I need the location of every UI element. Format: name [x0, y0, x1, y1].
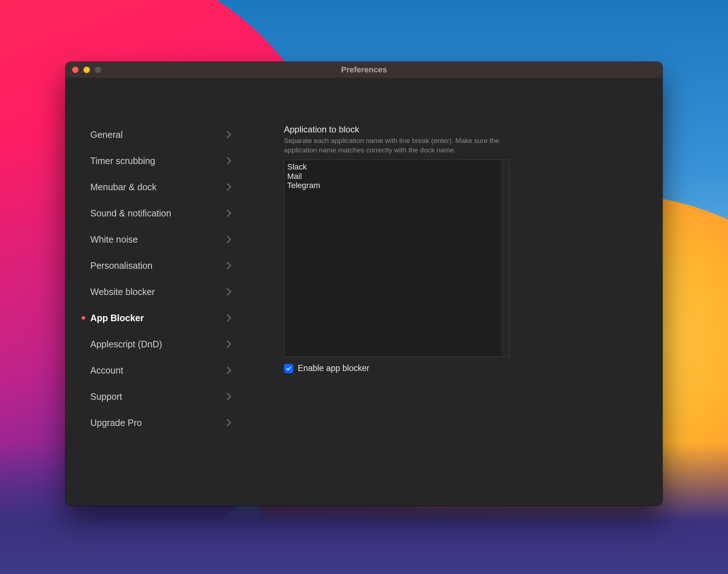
minimize-window-button[interactable]: [83, 67, 90, 73]
chevron-right-icon: [226, 419, 255, 427]
active-indicator-dot: [82, 316, 86, 320]
sidebar-item-menubar-dock[interactable]: Menubar & dock: [76, 174, 255, 200]
sidebar-item-app-blocker[interactable]: App Blocker: [76, 305, 255, 331]
preferences-sidebar: GeneralTimer scrubbingMenubar & dockSoun…: [66, 78, 269, 506]
apps-textarea-wrap: [284, 160, 510, 357]
sidebar-item-label: Sound & notification: [86, 208, 226, 219]
chevron-right-icon: [226, 366, 255, 374]
enable-app-blocker-checkbox[interactable]: [284, 364, 293, 373]
chevron-right-icon: [226, 235, 255, 243]
chevron-right-icon: [226, 209, 255, 217]
sidebar-item-label: Applescript (DnD): [86, 339, 226, 350]
sidebar-item-general[interactable]: General: [76, 121, 255, 148]
sidebar-item-white-noise[interactable]: White noise: [76, 226, 255, 252]
textarea-scrollbar-track[interactable]: [501, 160, 509, 356]
titlebar: Preferences: [66, 62, 662, 78]
sidebar-item-account[interactable]: Account: [76, 357, 255, 383]
sidebar-item-website-blocker[interactable]: Website blocker: [76, 279, 255, 305]
window-controls: [66, 67, 101, 73]
sidebar-item-personalisation[interactable]: Personalisation: [76, 252, 255, 279]
sidebar-item-label: Timer scrubbing: [86, 156, 226, 166]
chevron-right-icon: [226, 314, 255, 322]
sidebar-item-timer-scrubbing[interactable]: Timer scrubbing: [76, 148, 255, 174]
chevron-right-icon: [226, 392, 255, 400]
preferences-window: Preferences GeneralTimer scrubbingMenuba…: [66, 62, 662, 506]
sidebar-item-label: App Blocker: [86, 313, 226, 323]
section-heading: Application to block: [284, 124, 597, 135]
enable-app-blocker-label: Enable app blocker: [298, 363, 369, 373]
chevron-right-icon: [226, 131, 255, 139]
app-blocker-panel: Application to block Separate each appli…: [269, 78, 662, 506]
window-title: Preferences: [66, 65, 662, 75]
section-hint: Separate each application name with line…: [284, 136, 517, 155]
sidebar-item-label: Personalisation: [86, 260, 226, 271]
sidebar-item-label: General: [86, 129, 226, 140]
sidebar-item-label: Menubar & dock: [86, 182, 226, 192]
sidebar-item-label: Website blocker: [86, 287, 226, 297]
sidebar-item-label: Upgrade Pro: [86, 418, 226, 428]
sidebar-item-upgrade-pro[interactable]: Upgrade Pro: [76, 410, 255, 436]
zoom-window-button[interactable]: [95, 67, 101, 73]
chevron-right-icon: [226, 183, 255, 191]
sidebar-item-label: Support: [86, 391, 226, 402]
apps-to-block-textarea[interactable]: [284, 160, 501, 356]
sidebar-item-support[interactable]: Support: [76, 383, 255, 410]
sidebar-item-label: White noise: [86, 234, 226, 245]
sidebar-item-sound-notification[interactable]: Sound & notification: [76, 200, 255, 226]
chevron-right-icon: [226, 157, 255, 165]
close-window-button[interactable]: [72, 67, 79, 73]
chevron-right-icon: [226, 262, 255, 270]
chevron-right-icon: [226, 340, 255, 348]
sidebar-item-applescript-dnd[interactable]: Applescript (DnD): [76, 331, 255, 357]
sidebar-item-label: Account: [86, 365, 226, 376]
chevron-right-icon: [226, 288, 255, 296]
